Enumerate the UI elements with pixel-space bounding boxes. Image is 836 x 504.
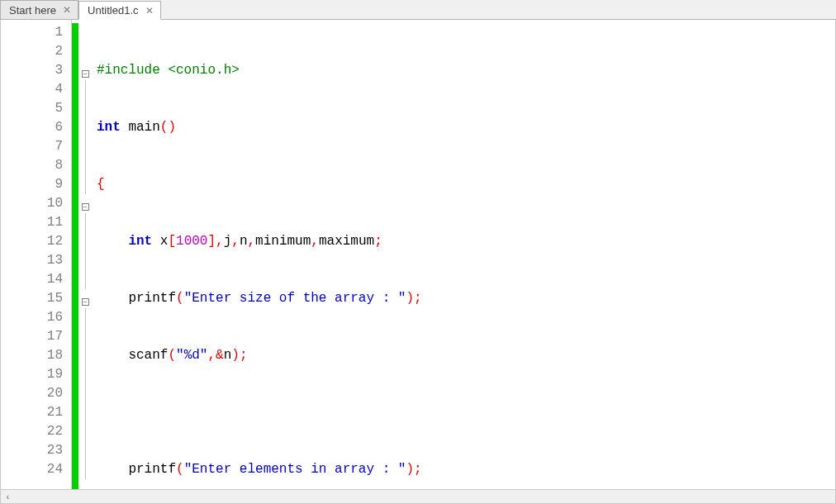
fold-cell: − [78, 289, 92, 308]
fold-cell: − [78, 194, 92, 213]
fold-cell [78, 422, 92, 441]
tab-bar: Start here ✕ Untitled1.c ✕ [0, 0, 836, 20]
line-number: 22 [1, 422, 63, 441]
fold-cell [78, 156, 92, 175]
line-number: 8 [1, 156, 63, 175]
line-number: 2 [1, 42, 63, 61]
fold-toggle-icon[interactable]: − [82, 298, 89, 306]
line-number: 9 [1, 175, 63, 194]
line-number: 24 [1, 460, 63, 479]
line-number: 10 [1, 194, 63, 213]
fold-cell [78, 213, 92, 232]
fold-cell [78, 441, 92, 460]
line-number: 15 [1, 289, 63, 308]
fold-cell [78, 460, 92, 479]
line-number: 18 [1, 346, 63, 365]
close-icon[interactable]: ✕ [63, 4, 71, 16]
fold-toggle-icon[interactable]: − [82, 70, 89, 78]
line-number: 17 [1, 327, 63, 346]
fold-cell [78, 232, 92, 251]
line-number: 6 [1, 118, 63, 137]
line-number: 14 [1, 270, 63, 289]
line-number: 4 [1, 80, 63, 99]
tab-untitled1[interactable]: Untitled1.c ✕ [78, 1, 160, 20]
line-number: 23 [1, 441, 63, 460]
fold-cell [78, 270, 92, 289]
fold-cell [78, 137, 92, 156]
fold-cell [78, 80, 92, 99]
horizontal-scrollbar[interactable]: ‹ [0, 490, 836, 504]
fold-cell [78, 365, 92, 384]
fold-cell [78, 384, 92, 403]
fold-cell [78, 23, 92, 42]
fold-cell [78, 42, 92, 61]
line-number: 13 [1, 251, 63, 270]
code-content[interactable]: #include <conio.h> int main() { int x[10… [92, 20, 835, 489]
fold-cell [78, 99, 92, 118]
tab-label: Start here [9, 4, 56, 17]
fold-cell [78, 251, 92, 270]
line-number: 3 [1, 61, 63, 80]
fold-cell [78, 308, 92, 327]
fold-cell: − [78, 61, 92, 80]
close-icon[interactable]: ✕ [145, 5, 154, 17]
fold-cell [78, 118, 92, 137]
line-number-gutter: 123456789101112131415161718192021222324 [1, 20, 72, 489]
fold-cell [78, 327, 92, 346]
tab-start-here[interactable]: Start here ✕ [0, 0, 78, 19]
line-number: 16 [1, 308, 63, 327]
line-number: 1 [1, 23, 63, 42]
line-number: 19 [1, 365, 63, 384]
fold-column: −−− [78, 20, 92, 489]
line-number: 5 [1, 99, 63, 118]
fold-cell [78, 403, 92, 422]
line-number: 7 [1, 137, 63, 156]
fold-cell [78, 346, 92, 365]
fold-toggle-icon[interactable]: − [82, 203, 89, 211]
line-number: 12 [1, 232, 63, 251]
fold-cell [78, 175, 92, 194]
code-editor[interactable]: 123456789101112131415161718192021222324 … [0, 20, 836, 490]
line-number: 20 [1, 384, 63, 403]
line-number: 21 [1, 403, 63, 422]
scroll-left-icon[interactable]: ‹ [1, 491, 15, 503]
line-number: 11 [1, 213, 63, 232]
tab-label: Untitled1.c [88, 4, 138, 17]
change-marker [72, 23, 78, 489]
